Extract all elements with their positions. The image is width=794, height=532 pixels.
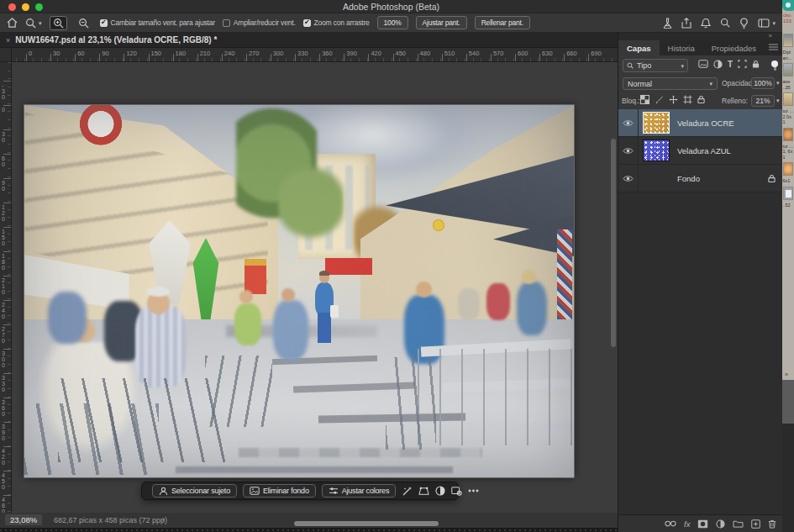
- adjust-colors-button[interactable]: Ajustar colores: [322, 484, 397, 498]
- search-icon: [627, 62, 634, 69]
- discover-lightbulb-icon[interactable]: [739, 18, 749, 29]
- layer-visibility-eye-icon[interactable]: [618, 137, 639, 164]
- close-tab-icon[interactable]: ×: [6, 36, 10, 45]
- layer-thumbnail[interactable]: [643, 112, 670, 134]
- ruler-label: 390: [346, 50, 357, 57]
- blend-mode-select[interactable]: Normal ▾: [623, 77, 718, 90]
- desktop-text-fragment: cko 133: [783, 13, 794, 24]
- add-adjustment-icon[interactable]: [716, 519, 725, 529]
- select-subject-button[interactable]: Seleccionar sujeto: [152, 484, 237, 498]
- status-options-icon[interactable]: ›: [162, 515, 165, 524]
- layer-name[interactable]: Veladura OCRE: [677, 119, 734, 128]
- notifications-bell-icon[interactable]: [701, 18, 711, 29]
- layers-panel: » Capas Historia Propiedades Tipo ▾: [618, 33, 782, 532]
- ruler-label: 210: [200, 50, 211, 57]
- search-icon[interactable]: [720, 18, 730, 28]
- new-layer-icon[interactable]: [751, 519, 760, 529]
- collapse-panels-icon[interactable]: »: [769, 32, 772, 40]
- ruler-label: 3 3 0: [2, 375, 5, 392]
- tab-historia[interactable]: Historia: [660, 40, 703, 55]
- canvas-pasteboard[interactable]: [12, 62, 618, 513]
- filter-type-select[interactable]: Tipo ▾: [623, 59, 688, 72]
- layer-row[interactable]: Veladura AZUL: [618, 137, 782, 165]
- ruler-tick: [3, 81, 11, 82]
- ruler-tick: [3, 178, 11, 179]
- tab-propiedades[interactable]: Propiedades: [703, 40, 765, 55]
- panel-menu-icon[interactable]: [769, 44, 778, 50]
- layer-visibility-eye-icon[interactable]: [618, 109, 639, 136]
- generative-wand-icon[interactable]: [402, 486, 413, 497]
- lock-position-move-icon[interactable]: [669, 95, 678, 104]
- zoom-level-field[interactable]: 23,08%: [5, 514, 42, 525]
- layer-thumbnail[interactable]: [643, 140, 670, 161]
- filter-type-layers-icon[interactable]: T: [728, 60, 733, 69]
- ruler-label: 480: [420, 50, 431, 57]
- filter-pixel-layers-icon[interactable]: [698, 60, 708, 69]
- horizontal-scrollbar[interactable]: [294, 521, 439, 526]
- zoom-all-windows-checkbox[interactable]: Ampliar/reducir vent.: [223, 18, 296, 27]
- layer-row[interactable]: Fondo: [618, 165, 782, 192]
- filter-shape-layers-icon[interactable]: [738, 60, 747, 69]
- ruler-tick: [588, 54, 589, 61]
- layer-visibility-eye-icon[interactable]: [618, 165, 639, 192]
- chevron-down-icon[interactable]: ▾: [776, 80, 780, 87]
- add-mask-icon[interactable]: [697, 519, 708, 529]
- ruler-label: 630: [542, 50, 553, 57]
- layer-row[interactable]: Veladura OCRE: [618, 109, 782, 137]
- fill-screen-button[interactable]: Rellenar pant.: [475, 16, 530, 29]
- canvas-image[interactable]: [24, 105, 574, 477]
- link-layers-icon[interactable]: [665, 520, 676, 527]
- delete-layer-trash-icon[interactable]: [768, 519, 776, 529]
- checkbox-icon: [303, 19, 311, 27]
- home-icon[interactable]: [7, 18, 18, 28]
- new-group-folder-icon[interactable]: [733, 519, 744, 528]
- layers-list: Veladura OCREVeladura AZULFondo: [618, 109, 782, 192]
- resize-window-checkbox[interactable]: Cambiar tamaño vent. para ajustar: [100, 18, 215, 27]
- ruler-label: 660: [566, 50, 577, 57]
- chevron-down-icon[interactable]: ▾: [776, 97, 780, 104]
- lock-transparency-icon[interactable]: [640, 95, 649, 104]
- fill-field[interactable]: 21%: [751, 95, 775, 107]
- desktop-file-caption: ..52: [783, 203, 794, 208]
- lock-pixels-brush-icon[interactable]: [655, 95, 664, 104]
- vertical-ruler[interactable]: - 3 003 06 09 01 2 01 5 01 8 02 1 02 4 0…: [0, 62, 12, 513]
- zoom-tool-icon[interactable]: ▾: [25, 18, 42, 29]
- remove-background-button[interactable]: Eliminar fondo: [243, 484, 316, 498]
- ruler-label: 180: [176, 50, 187, 57]
- more-options-icon[interactable]: [468, 489, 479, 492]
- transform-icon[interactable]: [418, 487, 429, 496]
- filter-locked-layers-icon[interactable]: [752, 60, 760, 69]
- button-label: Ajustar colores: [342, 487, 390, 495]
- filter-on-off-toggle[interactable]: [770, 61, 778, 71]
- photo-shape: [24, 105, 574, 477]
- ruler-tick: [3, 422, 11, 423]
- tab-capas[interactable]: Capas: [618, 40, 660, 55]
- beta-flask-icon[interactable]: [663, 18, 672, 29]
- scrubby-zoom-checkbox[interactable]: Zoom con arrastre: [303, 18, 370, 27]
- workspace-switcher-icon[interactable]: ▾: [758, 18, 776, 28]
- horizontal-ruler[interactable]: 0306090120150180210240270300330360390420…: [0, 48, 618, 62]
- zoom-in-button[interactable]: [50, 16, 67, 30]
- ruler-label: 540: [469, 50, 480, 57]
- layer-name[interactable]: Fondo: [677, 174, 700, 183]
- filter-adjustment-layers-icon[interactable]: [713, 60, 723, 69]
- ruler-label: 690: [591, 50, 602, 57]
- ruler-label: 4 5 0: [2, 472, 5, 490]
- layer-name[interactable]: Veladura AZUL: [677, 146, 731, 155]
- desktop-background-strip: cko 133 Dipl an...ave ..35tur ...2 0x1tu…: [782, 0, 794, 532]
- ruler-label: 0: [29, 50, 32, 57]
- vertical-scrollbar[interactable]: [611, 139, 616, 347]
- lock-artboard-icon[interactable]: [683, 95, 692, 104]
- layer-effects-icon[interactable]: fx: [684, 519, 690, 529]
- fit-screen-button[interactable]: Ajustar pant.: [416, 16, 467, 29]
- zoom-100-button[interactable]: 100%: [377, 16, 408, 29]
- lock-all-icon[interactable]: [697, 95, 705, 104]
- document-tab-title[interactable]: NUW16647.psd al 23,1% (Veladura OCRE, RG…: [15, 35, 217, 45]
- ruler-tick: [295, 54, 296, 61]
- contrast-icon[interactable]: [435, 486, 445, 496]
- blend-mode-value: Normal: [628, 80, 652, 88]
- zoom-out-button[interactable]: [75, 16, 92, 30]
- share-icon[interactable]: [681, 18, 691, 29]
- opacity-field[interactable]: 100%: [751, 77, 775, 89]
- export-settings-icon[interactable]: [451, 486, 462, 496]
